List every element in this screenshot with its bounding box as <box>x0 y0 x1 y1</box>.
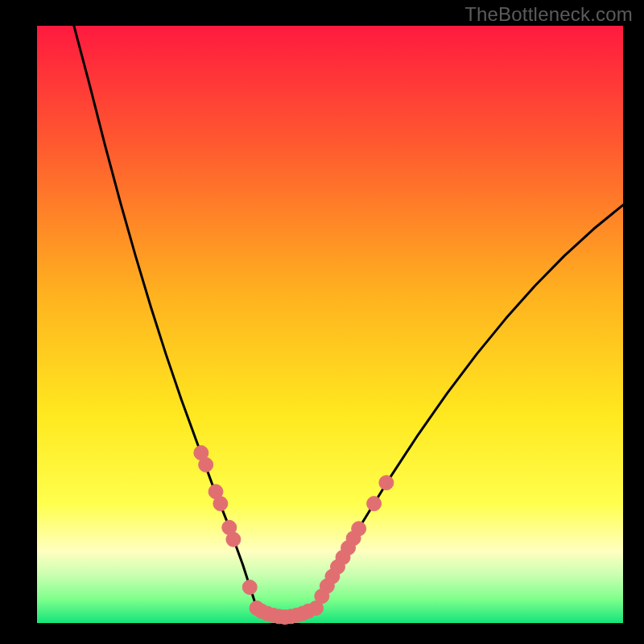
watermark-text: TheBottleneck.com <box>464 3 633 26</box>
data-marker <box>367 497 382 511</box>
data-marker <box>242 580 257 594</box>
data-marker <box>199 457 213 472</box>
data-marker <box>379 476 394 490</box>
chart-frame: { "watermark": "TheBottleneck.com", "cha… <box>0 0 644 644</box>
data-marker <box>226 532 241 547</box>
bottleneck-chart <box>0 0 644 644</box>
data-marker <box>213 497 228 511</box>
data-marker <box>352 522 366 536</box>
gradient-background <box>37 26 623 623</box>
